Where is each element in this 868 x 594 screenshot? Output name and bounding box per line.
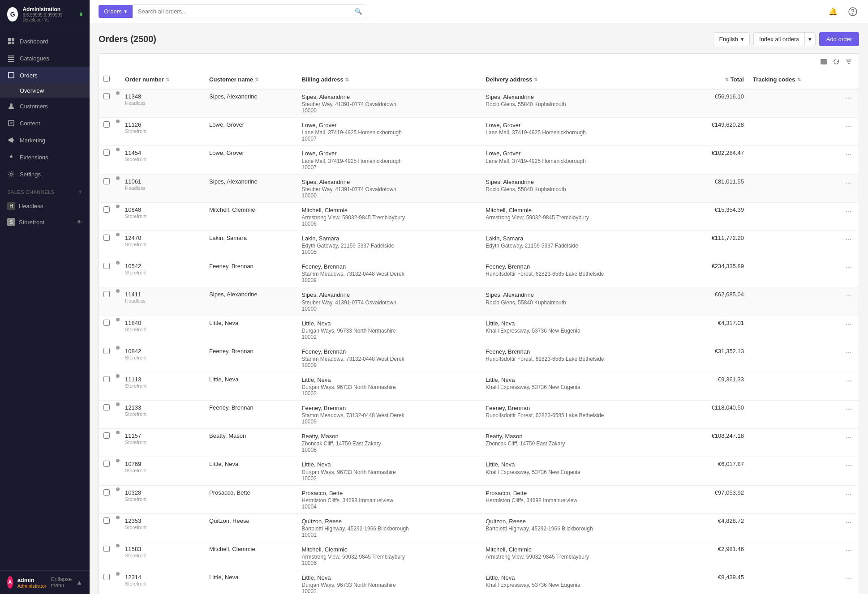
row-checkbox[interactable] [103,489,110,496]
row-checkbox[interactable] [103,291,110,297]
add-channel-icon[interactable]: + [78,188,82,196]
row-more-button[interactable]: ··· [843,546,854,556]
row-more-button[interactable]: ··· [843,263,854,273]
row-more-button[interactable]: ··· [843,376,854,386]
index-caret[interactable]: ▾ [805,33,815,46]
row-status-indicator [115,287,120,316]
customer-name-cell: Beatty, Mason [205,429,297,457]
sidebar-item-customers[interactable]: Customers [0,98,90,115]
delivery-address-cell: Lakin, Samara Edyth Gateway, 21159-5337 … [481,231,683,259]
order-number-cell: 11061 Headless [120,174,205,202]
sidebar-item-dashboard[interactable]: Dashboard [0,33,90,50]
total-sort-left[interactable]: ⇅ [725,77,729,82]
row-more-button[interactable]: ··· [843,320,854,329]
row-more-button[interactable]: ··· [843,235,854,244]
tracking-sort[interactable]: ⇅ [797,77,801,82]
total-cell: €62,685.04 [683,287,748,316]
sidebar-item-extensions[interactable]: Extensions [0,149,90,166]
row-checkbox[interactable] [103,93,110,99]
row-more-button[interactable]: ··· [843,150,854,159]
sidebar-item-marketing[interactable]: Marketing [0,132,90,149]
select-all-checkbox[interactable] [103,76,110,82]
row-checkbox[interactable] [103,150,110,156]
column-settings-button[interactable] [817,56,830,68]
customer-name-cell: Quitzon, Reese [205,513,297,542]
sidebar-item-storefront[interactable]: S Storefront 👁 [0,214,90,230]
search-input[interactable] [133,4,350,18]
row-checkbox[interactable] [103,320,110,326]
row-more-button[interactable]: ··· [843,574,854,584]
storefront-visibility-icon: 👁 [77,219,82,226]
row-checkbox[interactable] [103,121,110,128]
search-button[interactable]: 🔍 [350,4,367,18]
svg-rect-6 [8,59,14,60]
billing-address-cell: Prosacco, Bette Hermiston Cliffs, 34698 … [297,485,481,513]
sidebar-item-settings[interactable]: Settings [0,166,90,183]
catalogues-icon [7,54,15,62]
content-label: Content [20,120,40,127]
delivery-sort[interactable]: ⇅ [534,77,537,82]
table-row: 11454 Storefront Lowe, Grover Lowe, Grov… [99,146,859,174]
row-more-button[interactable]: ··· [843,489,854,499]
row-more-button[interactable]: ··· [843,517,854,527]
filter-button[interactable] [842,56,855,68]
row-more-button[interactable]: ··· [843,348,854,358]
row-checkbox[interactable] [103,404,110,410]
status-dot [116,233,120,236]
collapse-menu[interactable]: Collapse menu [51,576,72,589]
row-actions-cell: ··· [838,316,859,344]
customer-name-cell: Feeney, Brennan [205,344,297,372]
row-more-button[interactable]: ··· [843,121,854,131]
language-selector[interactable]: English ▾ [713,32,750,46]
row-more-button[interactable]: ··· [843,432,854,442]
row-more-button[interactable]: ··· [843,461,854,470]
row-checkbox[interactable] [103,461,110,467]
row-checkbox-cell [99,485,115,513]
svg-point-10 [10,173,13,175]
row-checkbox[interactable] [103,517,110,524]
row-actions-cell: ··· [838,174,859,202]
billing-address-cell: Lowe, Grover Lane Mall, 37419-4925 Homen… [297,146,481,174]
row-checkbox[interactable] [103,178,110,184]
row-checkbox[interactable] [103,206,110,213]
customer-name-cell: Prosacco, Bette [205,485,297,513]
row-more-button[interactable]: ··· [843,206,854,216]
table-row: 12314 Storefront Little, Neva Little, Ne… [99,570,859,594]
sidebar-sub-overview[interactable]: Overview [0,84,90,98]
row-checkbox[interactable] [103,432,110,439]
sidebar-item-headless[interactable]: H Headless [0,198,90,214]
sidebar-item-catalogues[interactable]: Catalogues [0,50,90,67]
help-icon[interactable] [847,5,859,18]
refresh-button[interactable] [830,56,842,68]
search-filter-button[interactable]: Orders ▾ [99,5,133,18]
row-checkbox[interactable] [103,235,110,241]
delivery-address-cell: Quitzon, Reese Bartoletti Highway, 45292… [481,513,683,542]
total-cell: €111,772.20 [683,231,748,259]
order-number-sort[interactable]: ⇅ [166,77,169,82]
total-cell: €6,017.87 [683,457,748,485]
row-checkbox[interactable] [103,546,110,552]
customer-sort[interactable]: ⇅ [255,77,258,82]
status-dot [116,289,120,293]
row-more-button[interactable]: ··· [843,404,854,414]
row-checkbox[interactable] [103,574,110,580]
row-more-button[interactable]: ··· [843,291,854,301]
row-checkbox[interactable] [103,376,110,382]
notifications-icon[interactable]: 🔔 [827,5,839,18]
billing-address-cell: Little, Neva Durgan Ways, 96733 North No… [297,570,481,594]
sidebar-item-orders[interactable]: Orders [0,67,90,84]
row-checkbox[interactable] [103,348,110,354]
tracking-cell [748,429,838,457]
sidebar-item-content[interactable]: Content [0,115,90,132]
billing-sort[interactable]: ⇅ [345,77,349,82]
index-orders-button[interactable]: Index all orders ▾ [753,32,816,46]
row-more-button[interactable]: ··· [843,178,854,188]
online-indicator [80,13,82,16]
row-more-button[interactable]: ··· [843,93,854,103]
row-checkbox-cell [99,429,115,457]
row-status-indicator [115,118,120,146]
customer-name-cell: Little, Neva [205,457,297,485]
sidebar-footer[interactable]: A admin Administrator Collapse menu ▲ [0,570,90,594]
row-checkbox[interactable] [103,263,110,269]
add-order-button[interactable]: Add order [819,32,859,46]
